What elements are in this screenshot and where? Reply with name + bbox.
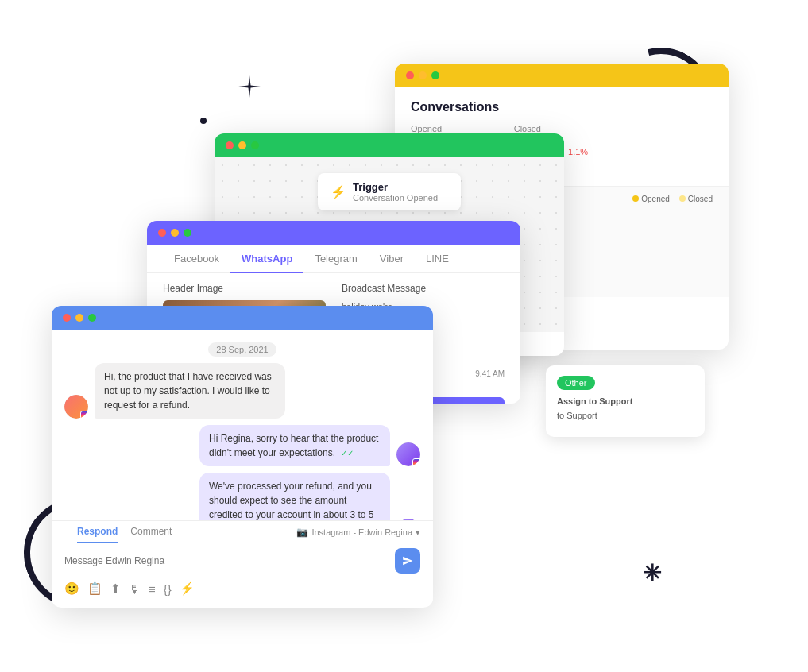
audio-button[interactable]: 🎙: [129, 582, 141, 596]
upload-button[interactable]: ⬆: [110, 581, 121, 596]
titlebar-dot-yellow: [419, 71, 427, 79]
opened-label: Opened: [411, 124, 482, 133]
trigger-dot-green: [251, 141, 259, 149]
wa-col-header-image: Header Image: [163, 283, 326, 294]
chevron-down-icon: ▾: [416, 527, 420, 538]
trigger-dot-red: [226, 141, 234, 149]
chat-messages: 28 Sep, 2021 Hi, the product that I have…: [52, 330, 433, 520]
assign-tag: Other: [557, 376, 595, 390]
assign-action: to Support: [557, 411, 694, 420]
chart-legend: Opened Closed: [632, 195, 713, 203]
dot-decoration-1: [200, 118, 207, 124]
chat-send-button[interactable]: [395, 548, 420, 574]
trigger-titlebar: [215, 133, 564, 157]
chat-source-label: Instagram - Edwin Regina: [311, 527, 412, 537]
chat-bottom: Respond Comment 📷 Instagram - Edwin Regi…: [52, 520, 433, 602]
wa-tabs: Facebook WhatsApp Telegram Viber LINE: [147, 245, 520, 273]
avatar-sender: [64, 395, 88, 419]
attach-button[interactable]: 📋: [87, 581, 102, 596]
chat-titlebar: [52, 306, 433, 330]
wa-dot-green: [184, 229, 191, 237]
star-decoration: [238, 75, 261, 98]
message-row-received-1: Hi, the product that I have received was…: [64, 363, 420, 419]
wa-col-header-broadcast: Broadcast Message: [342, 283, 505, 294]
legend-closed: Closed: [679, 195, 713, 203]
tab-facebook[interactable]: Facebook: [163, 245, 230, 272]
chat-source[interactable]: 📷 Instagram - Edwin Regina ▾: [296, 527, 420, 538]
tab-telegram[interactable]: Telegram: [303, 245, 368, 272]
conversations-title: Conversations: [411, 100, 713, 114]
assign-label: Assign to Support: [557, 396, 694, 406]
assign-card: Other Assign to Support to Support: [546, 365, 705, 437]
chat-input-row: [52, 543, 433, 578]
whatsapp-titlebar: [147, 221, 520, 245]
chat-dot-yellow: [75, 314, 83, 322]
trigger-card-title: Trigger: [353, 181, 438, 193]
chat-dot-red: [63, 314, 71, 322]
bubble-sent-2: We've processed your refund, and you sho…: [199, 473, 390, 520]
instagram-source-icon: 📷: [296, 527, 308, 538]
trigger-dot-yellow: [238, 141, 246, 149]
tab-whatsapp[interactable]: WhatsApp: [230, 245, 303, 272]
chat-date: 28 Sep, 2021: [208, 342, 276, 357]
chat-input[interactable]: [64, 555, 389, 566]
trigger-card: ⚡ Trigger Conversation Opened: [318, 173, 461, 210]
conversations-titlebar: [395, 64, 729, 87]
closed-label: Closed: [514, 124, 588, 133]
wa-dot-yellow: [171, 229, 179, 237]
lightning-button[interactable]: ⚡: [180, 581, 195, 596]
message-row-sent-2: We've processed your refund, and you sho…: [64, 473, 420, 520]
chat-dot-green: [88, 314, 96, 322]
message-row-sent-1: Hi Regina, sorry to hear that the produc…: [64, 425, 420, 466]
tab-line[interactable]: LINE: [415, 245, 460, 272]
bubble-sent-1: Hi Regina, sorry to hear that the produc…: [199, 425, 390, 466]
avatar-agent-1: [396, 442, 420, 466]
template-button[interactable]: ≡: [149, 582, 156, 596]
tab-comment[interactable]: Comment: [130, 526, 172, 543]
legend-opened: Opened: [632, 195, 670, 203]
chat-window: 28 Sep, 2021 Hi, the product that I have…: [52, 306, 433, 608]
msg-check-1: ✓✓: [341, 449, 354, 458]
bubble-received-1: Hi, the product that I have received was…: [95, 363, 285, 419]
trigger-lightning-icon: ⚡: [331, 184, 346, 199]
trigger-card-subtitle: Conversation Opened: [353, 193, 438, 203]
titlebar-dot-red: [406, 71, 414, 79]
instagram-badge-2: [412, 458, 420, 466]
emoji-button[interactable]: 🙂: [64, 581, 79, 596]
tab-viber[interactable]: Viber: [369, 245, 415, 272]
instagram-badge: [80, 411, 88, 419]
asterisk-decoration: ✳: [643, 560, 661, 586]
code-button[interactable]: {}: [164, 582, 172, 596]
tab-respond[interactable]: Respond: [77, 526, 118, 543]
chat-icons-row: 🙂 📋 ⬆ 🎙 ≡ {} ⚡: [52, 578, 433, 602]
wa-dot-red: [158, 229, 166, 237]
titlebar-dot-green: [431, 71, 439, 79]
chat-bottom-tabs: Respond Comment: [64, 521, 184, 543]
